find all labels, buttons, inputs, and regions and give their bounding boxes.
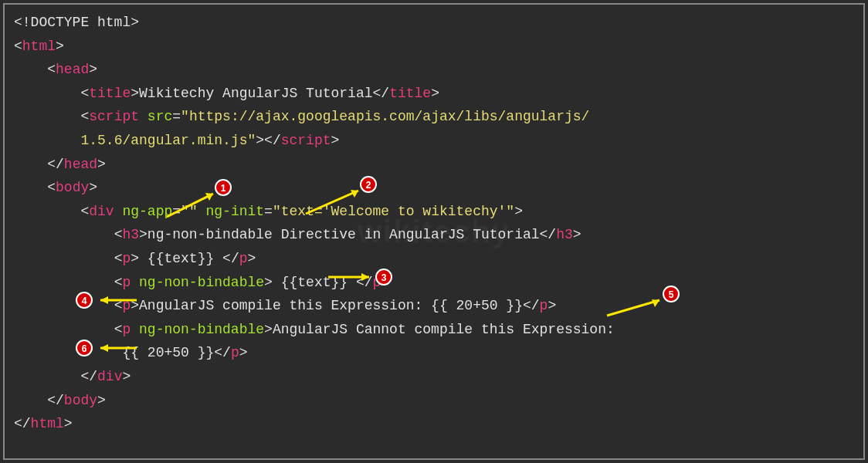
arrow-icon bbox=[324, 270, 378, 284]
code-line: </body> bbox=[14, 389, 854, 413]
annotation-3: 3 bbox=[375, 265, 392, 289]
code-line: </html> bbox=[14, 412, 854, 436]
code-line: <h3>ng-non-bindable Directive in Angular… bbox=[14, 223, 854, 247]
arrow-icon bbox=[94, 293, 141, 307]
code-line: <body> bbox=[14, 176, 854, 200]
arrow-icon bbox=[599, 296, 669, 319]
code-line: <title>Wikitechy AngularJS Tutorial</tit… bbox=[14, 82, 854, 106]
annotation-5: 5 bbox=[663, 282, 680, 306]
arrow-icon bbox=[298, 187, 368, 218]
code-line: <script src="https://ajax.googleapis.com… bbox=[14, 105, 854, 129]
svg-marker-5 bbox=[361, 273, 369, 281]
svg-line-8 bbox=[607, 300, 659, 316]
code-line: <head> bbox=[14, 58, 854, 82]
annotation-4: 4 bbox=[76, 289, 93, 313]
code-line: <p ng-non-bindable>AngularJS Cannot comp… bbox=[14, 318, 854, 342]
arrow-icon bbox=[159, 190, 221, 221]
svg-marker-11 bbox=[100, 344, 108, 352]
code-line: </head> bbox=[14, 153, 854, 177]
code-line: <html> bbox=[14, 35, 854, 59]
code-line: <p> {{text}} </p> bbox=[14, 247, 854, 271]
annotation-1: 1 bbox=[215, 176, 232, 200]
code-line: 1.5.6/angular.min.js"></script> bbox=[14, 129, 854, 153]
code-line: <!DOCTYPE html> bbox=[14, 11, 854, 35]
arrow-icon bbox=[94, 341, 141, 355]
svg-line-0 bbox=[167, 194, 213, 217]
code-line: </div> bbox=[14, 365, 854, 389]
code-line: <p ng-non-bindable> {{text}} </p> bbox=[14, 271, 854, 295]
annotation-2: 2 bbox=[360, 173, 377, 197]
svg-line-2 bbox=[306, 191, 358, 214]
doctype: <!DOCTYPE html> bbox=[14, 15, 139, 30]
svg-marker-7 bbox=[100, 296, 108, 304]
code-block: wikitechy <!DOCTYPE html> <html> <head> … bbox=[3, 3, 865, 460]
annotation-6: 6 bbox=[76, 336, 93, 360]
code-line: <div ng-app="" ng-init="text='Welcome to… bbox=[14, 200, 854, 224]
